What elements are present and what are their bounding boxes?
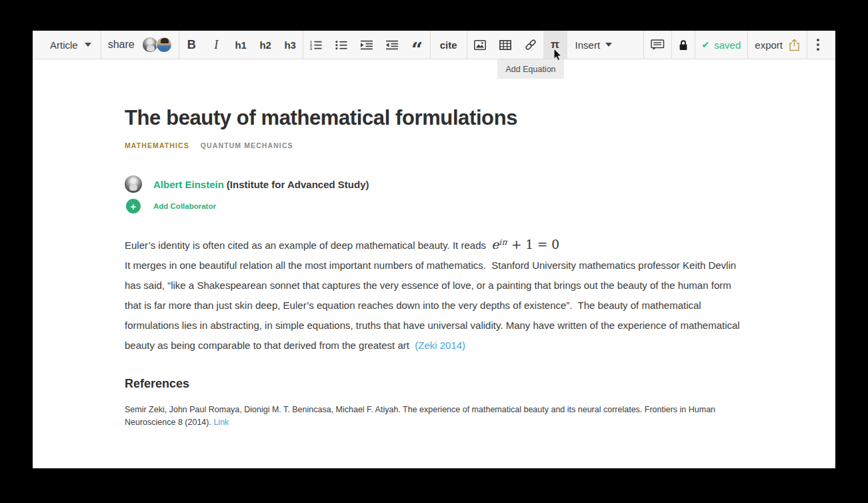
indent-icon [361, 40, 373, 50]
avatar-collaborator[interactable] [156, 37, 172, 53]
lock-icon [679, 39, 688, 51]
outdent-icon [386, 40, 398, 50]
toolbar-spacer [619, 31, 643, 59]
bold-button[interactable]: B [179, 31, 204, 59]
article-type-label: Article [50, 39, 78, 51]
reference-link[interactable]: Link [213, 418, 229, 427]
italic-button[interactable]: I [204, 31, 229, 59]
save-status: ✔ saved [695, 31, 748, 59]
ordered-list-icon: 123 [310, 40, 322, 50]
insert-table-button[interactable] [493, 31, 518, 59]
comments-button[interactable] [644, 31, 671, 59]
chevron-down-icon [85, 43, 91, 47]
cite-button[interactable]: cite [431, 31, 467, 59]
author-name[interactable]: Albert Einstein [153, 179, 224, 190]
tag-quantum-mechanics[interactable]: QUANTUM MECHANICS [201, 141, 293, 149]
heading1-button[interactable]: h1 [229, 31, 253, 59]
tag-mathemathics[interactable]: MATHEMATHICS [125, 141, 189, 149]
ordered-list-button[interactable]: 123 [303, 31, 329, 59]
add-equation-tooltip: Add Equation [497, 59, 564, 79]
export-label: export [755, 39, 783, 51]
paragraph[interactable]: Euler’s identity is often cited as an ex… [125, 232, 750, 356]
insert-link-button[interactable] [518, 31, 543, 59]
toolbar: Article share B I h1 h2 h3 123 [33, 31, 835, 59]
heading3-button[interactable]: h3 [278, 31, 303, 59]
insert-label: Insert [575, 39, 601, 51]
overflow-menu-button[interactable] [807, 31, 829, 59]
insert-image-button[interactable] [467, 31, 493, 59]
chevron-down-icon [605, 43, 612, 47]
table-icon [499, 40, 511, 50]
check-icon: ✔ [702, 39, 710, 50]
svg-text:3: 3 [310, 46, 312, 49]
inline-equation[interactable]: eiπ + 1 = 0 [491, 237, 559, 252]
comment-icon [651, 39, 665, 51]
document-body[interactable]: The beauty of mathematical formulations … [33, 106, 835, 429]
paragraph-body: It merges in one beautiful relation all … [125, 260, 743, 351]
bullet-list-button[interactable] [329, 31, 354, 59]
plus-icon[interactable]: + [126, 199, 141, 213]
export-button[interactable]: export [748, 31, 807, 59]
paragraph-lead: Euler’s identity is often cited as an ex… [125, 239, 491, 251]
link-icon [525, 39, 537, 50]
citation-link[interactable]: (Zeki 2014) [415, 340, 465, 351]
author-line: Albert Einstein(Institute for Advanced S… [153, 179, 369, 190]
document-title[interactable]: The beauty of mathematical formulations [125, 106, 835, 130]
indent-button[interactable] [354, 31, 379, 59]
editor-window: Article share B I h1 h2 h3 123 [33, 31, 835, 468]
author-avatar[interactable] [125, 175, 142, 193]
references-title: References [125, 377, 835, 391]
saved-label: saved [714, 39, 741, 51]
image-icon [474, 40, 486, 50]
tag-list: MATHEMATHICS QUANTUM MECHANICS [125, 141, 835, 149]
add-collaborator-label[interactable]: Add Collaborator [153, 202, 216, 210]
reference-entry: Semir Zeki, John Paul Romaya, Dionigi M.… [125, 404, 750, 429]
insert-dropdown[interactable]: Insert [567, 31, 619, 59]
privacy-lock-button[interactable] [672, 31, 695, 59]
export-icon [789, 39, 800, 51]
collaborator-avatars [142, 37, 172, 53]
author-row: Albert Einstein(Institute for Advanced S… [125, 175, 835, 193]
heading2-button[interactable]: h2 [253, 31, 278, 59]
mouse-cursor [553, 49, 564, 61]
share-button[interactable]: share [101, 31, 179, 59]
blockquote-icon: “ [411, 36, 423, 53]
outdent-button[interactable] [379, 31, 405, 59]
article-type-dropdown[interactable]: Article [43, 31, 101, 59]
add-collaborator-row[interactable]: + Add Collaborator [125, 199, 835, 213]
author-affiliation: (Institute for Advanced Study) [227, 179, 369, 190]
share-label: share [108, 39, 135, 51]
blockquote-button[interactable]: “ [405, 31, 430, 59]
bullet-list-icon [335, 40, 347, 50]
